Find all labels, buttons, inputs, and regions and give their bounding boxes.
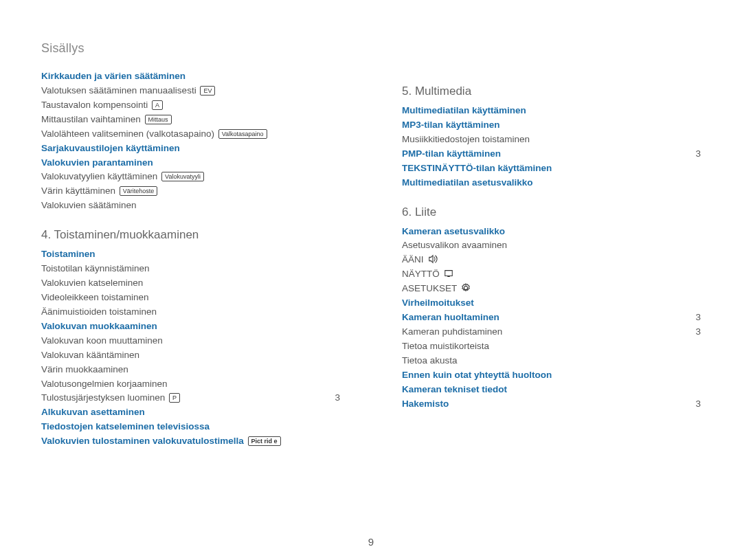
toc-entry[interactable]: Valotuksen säätäminen manuaalisesti EV: [41, 84, 340, 98]
toc-entry[interactable]: Taustavalon kompensointi A: [41, 98, 340, 113]
toc-entry-label: Äänimuistioiden toistaminen: [41, 305, 340, 320]
toc-entry[interactable]: Valokuvan kääntäminen: [41, 348, 340, 363]
toc-entry-badge: Mittaus: [145, 115, 172, 124]
toc-entry-label: Sarjakuvaustilojen käyttäminen: [41, 142, 340, 156]
toc-entry-text: Ennen kuin otat yhteyttä huoltoon: [402, 370, 552, 380]
toc-right-column: 5. MultimediaMultimediatilan käyttäminen…: [402, 69, 701, 449]
gear-icon: [460, 283, 472, 293]
toc-entry-text: Sarjakuvaustilojen käyttäminen: [41, 143, 180, 153]
toc-columns: Kirkkauden ja värien säätäminenValotukse…: [41, 69, 701, 449]
toc-entry-text: Valokuvatyylien käyttäminen: [41, 171, 157, 181]
toc-entry[interactable]: Valolähteen valitseminen (valkotasapaino…: [41, 127, 340, 142]
toc-entry[interactable]: Tulostusjärjestyksen luominen P3: [41, 391, 340, 405]
toc-entry-text: Musiikkitiedostojen toistaminen: [402, 134, 530, 144]
toc-entry[interactable]: Valotusongelmien korjaaminen: [41, 377, 340, 392]
toc-entry[interactable]: Ennen kuin otat yhteyttä huoltoon: [402, 368, 701, 383]
toc-entry-text: Valokuvien säätäminen: [41, 200, 137, 210]
toc-entry-text: Virheilmoitukset: [402, 298, 474, 308]
toc-entry-text: ASETUKSET: [402, 283, 457, 293]
toc-entry-text: Kameran asetusvalikko: [402, 226, 505, 236]
toc-entry[interactable]: Kameran tekniset tiedot: [402, 383, 701, 397]
toc-entry-label: Taustavalon kompensointi A: [41, 98, 340, 113]
toc-entry[interactable]: ÄÄNI: [402, 253, 701, 267]
toc-entry-text: Multimediatilan käyttäminen: [402, 105, 526, 115]
toc-entry-label: ÄÄNI: [402, 253, 701, 267]
toc-entry[interactable]: Tietoa akusta: [402, 354, 701, 368]
toc-entry-label: NÄYTTÖ: [402, 267, 701, 282]
toc-entry-text: Mittaustilan vaihtaminen: [41, 114, 141, 124]
toc-entry[interactable]: Valokuvatyylien käyttäminen Valokuvatyyl…: [41, 170, 340, 184]
toc-entry-label: Toistaminen: [41, 247, 340, 262]
toc-entry-text: Valokuvien katseleminen: [41, 278, 143, 288]
toc-entry[interactable]: MP3-tilan käyttäminen: [402, 118, 701, 133]
toc-entry[interactable]: Virheilmoitukset: [402, 296, 701, 311]
toc-entry-badge: Valkotasapaino: [218, 129, 267, 139]
toc-entry-label: Valotusongelmien korjaaminen: [41, 377, 340, 392]
toc-entry-text: Värin muokkaaminen: [41, 364, 128, 374]
toc-entry-page: 3: [695, 397, 701, 412]
toc-entry-page: 3: [695, 325, 701, 339]
sound-icon: [427, 254, 439, 264]
toc-entry[interactable]: Valokuvan koon muuttaminen: [41, 334, 340, 348]
toc-entry-label: MP3-tilan käyttäminen: [402, 118, 701, 133]
toc-entry[interactable]: ASETUKSET: [402, 282, 701, 296]
toc-entry-text: Tiedostojen katseleminen televisiossa: [41, 421, 210, 432]
toc-entry-page: 3: [695, 147, 701, 161]
toc-entry[interactable]: NÄYTTÖ: [402, 267, 701, 282]
toc-entry[interactable]: Alkukuvan asettaminen: [41, 405, 340, 420]
toc-entry[interactable]: Musiikkitiedostojen toistaminen: [402, 133, 701, 147]
toc-entry-label: Mittaustilan vaihtaminen Mittaus: [41, 113, 340, 127]
toc-entry[interactable]: Valokuvien parantaminen: [41, 156, 340, 170]
toc-section-heading: 5. Multimedia: [402, 85, 701, 98]
toc-entry[interactable]: Multimediatilan asetusvalikko: [402, 176, 701, 190]
toc-entry-text: Taustavalon kompensointi: [41, 100, 148, 110]
toc-entry[interactable]: Äänimuistioiden toistaminen: [41, 305, 340, 320]
toc-entry-label: Hakemisto: [402, 397, 688, 412]
toc-entry[interactable]: TEKSTINÄYTTÖ-tilan käyttäminen: [402, 161, 701, 176]
toc-entry[interactable]: Valokuvan muokkaaminen: [41, 320, 340, 334]
toc-entry[interactable]: Värin muokkaaminen: [41, 363, 340, 377]
toc-entry-badge: Väritehoste: [120, 186, 158, 196]
toc-entry[interactable]: Valokuvien säätäminen: [41, 199, 340, 213]
toc-entry[interactable]: Värin käyttäminen Väritehoste: [41, 184, 340, 199]
toc-entry[interactable]: Valokuvien katseleminen: [41, 276, 340, 291]
toc-entry[interactable]: PMP-tilan käyttäminen3: [402, 147, 701, 161]
toc-entry[interactable]: Toistaminen: [41, 247, 340, 262]
toc-entry-text: MP3-tilan käyttäminen: [402, 120, 500, 130]
toc-entry[interactable]: Valokuvien tulostaminen valokuvatulostim…: [41, 434, 340, 449]
toc-entry[interactable]: Kameran puhdistaminen3: [402, 325, 701, 339]
toc-entry-text: Alkukuvan asettaminen: [41, 407, 145, 417]
toc-entry-label: Värin muokkaaminen: [41, 363, 340, 377]
toc-entry-label: Valokuvien tulostaminen valokuvatulostim…: [41, 434, 340, 449]
toc-entry-label: Musiikkitiedostojen toistaminen: [402, 133, 701, 147]
toc-entry-text: Valotuksen säätäminen manuaalisesti: [41, 85, 196, 96]
toc-entry[interactable]: Tietoa muistikorteista: [402, 339, 701, 354]
toc-entry[interactable]: Mittaustilan vaihtaminen Mittaus: [41, 113, 340, 127]
toc-entry-text: TEKSTINÄYTTÖ-tilan käyttäminen: [402, 163, 552, 173]
toc-entry-label: Ennen kuin otat yhteyttä huoltoon: [402, 368, 701, 383]
toc-entry[interactable]: Multimediatilan käyttäminen: [402, 104, 701, 118]
toc-entry-text: Kirkkauden ja värien säätäminen: [41, 71, 186, 81]
toc-entry[interactable]: Sarjakuvaustilojen käyttäminen: [41, 142, 340, 156]
toc-entry-text: Valolähteen valitseminen (valkotasapaino…: [41, 128, 214, 139]
toc-entry-label: Multimediatilan asetusvalikko: [402, 176, 701, 190]
toc-entry[interactable]: Asetusvalikon avaaminen: [402, 238, 701, 253]
toc-entry-page: 3: [695, 311, 701, 325]
toc-entry-label: Valokuvan muokkaaminen: [41, 320, 340, 334]
toc-entry-label: Värin käyttäminen Väritehoste: [41, 184, 340, 199]
display-icon: [442, 269, 455, 278]
toc-entry[interactable]: Hakemisto3: [402, 397, 701, 412]
page-number: 9: [0, 536, 742, 548]
toc-entry[interactable]: Kameran huoltaminen3: [402, 311, 701, 325]
toc-entry[interactable]: Toistotilan käynnistäminen: [41, 262, 340, 276]
toc-entry[interactable]: Kameran asetusvalikko: [402, 225, 701, 239]
toc-entry[interactable]: Videoleikkeen toistaminen: [41, 291, 340, 305]
toc-entry-label: Tietoa akusta: [402, 354, 701, 368]
toc-entry-label: Multimediatilan käyttäminen: [402, 104, 701, 118]
toc-entry-text: Valotusongelmien korjaaminen: [41, 379, 168, 389]
toc-entry-text: Kameran huoltaminen: [402, 312, 499, 322]
toc-entry[interactable]: Tiedostojen katseleminen televisiossa: [41, 420, 340, 434]
toc-entry-text: Asetusvalikon avaaminen: [402, 240, 507, 250]
toc-entry-page: 3: [335, 391, 340, 405]
toc-entry[interactable]: Kirkkauden ja värien säätäminen: [41, 69, 340, 84]
